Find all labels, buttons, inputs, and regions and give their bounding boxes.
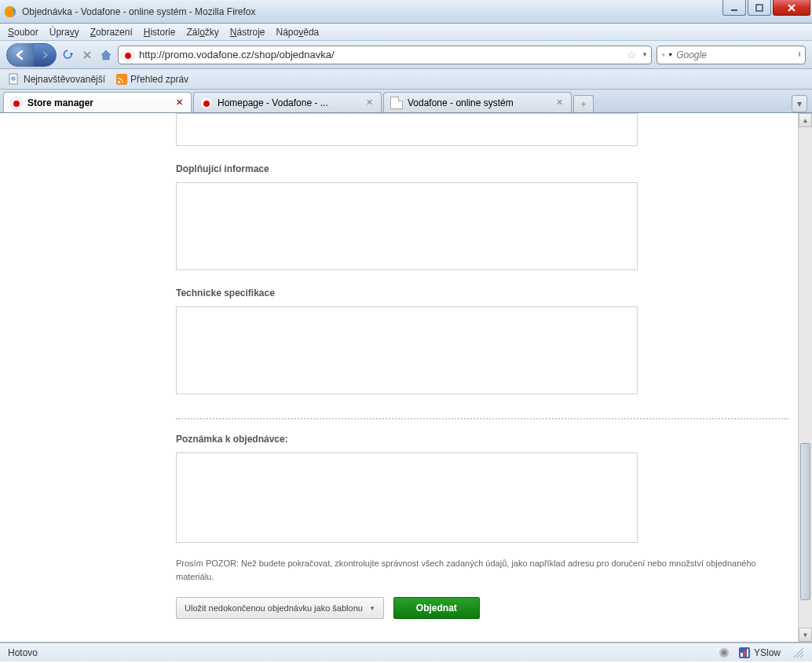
close-button[interactable]	[773, 0, 810, 16]
menu-historie[interactable]: Historie	[144, 27, 176, 38]
site-identity-icon[interactable]	[122, 49, 134, 61]
vodafone-icon	[200, 97, 213, 109]
rss-icon	[116, 74, 127, 85]
maximize-button[interactable]	[748, 0, 771, 16]
search-bar[interactable]: ▼	[657, 46, 806, 64]
textarea-note[interactable]	[176, 452, 638, 543]
bookmark-star-icon[interactable]: ☆	[627, 49, 637, 61]
back-button[interactable]	[7, 43, 34, 67]
save-template-label: Uložit nedokončenou objednávku jako šabl…	[185, 603, 363, 613]
status-plugin-icon[interactable]	[718, 647, 730, 659]
scroll-down-button[interactable]: ▼	[799, 628, 812, 642]
new-tab-button[interactable]: +	[573, 95, 594, 112]
tab-vodafone-online[interactable]: Vodafone - online systém ✕	[383, 92, 572, 112]
window-titlebar: Objednávka - Vodafone - online systém - …	[0, 0, 812, 24]
svg-point-7	[799, 51, 800, 57]
svg-rect-1	[731, 9, 737, 11]
vodafone-icon	[10, 97, 23, 109]
svg-rect-5	[662, 55, 663, 56]
status-text: Hotovo	[8, 647, 718, 658]
textarea-top[interactable]	[176, 113, 638, 146]
tab-bar: Store manager ✕ Homepage - Vodafone - ..…	[0, 90, 812, 113]
tab-homepage-vodafone[interactable]: Homepage - Vodafone - ... ✕	[193, 92, 382, 112]
tab-close-icon[interactable]: ✕	[364, 97, 375, 108]
scroll-thumb[interactable]	[800, 443, 810, 600]
home-button[interactable]	[99, 48, 113, 62]
scroll-up-button[interactable]: ▲	[799, 113, 812, 127]
svg-rect-14	[744, 650, 746, 657]
yslow-label: YSlow	[754, 647, 781, 658]
label-info: Doplňující informace	[176, 163, 788, 174]
url-dropdown-icon[interactable]: ▼	[642, 51, 648, 58]
menu-upravy[interactable]: Úpravy	[49, 27, 79, 38]
menu-nastroje[interactable]: Nástroje	[230, 27, 265, 38]
search-engine-dropdown-icon[interactable]: ▼	[668, 52, 673, 57]
forward-button[interactable]	[34, 46, 56, 64]
yslow-indicator[interactable]: YSlow	[738, 647, 781, 659]
label-note: Poznámka k objednávce:	[176, 434, 788, 445]
search-input[interactable]	[676, 49, 795, 60]
svg-rect-2	[756, 5, 763, 11]
vertical-scrollbar[interactable]: ▲ ▼	[798, 113, 812, 642]
menu-soubor[interactable]: Soubor	[8, 27, 38, 38]
url-bar[interactable]: http://promo.vodafone.cz/shop/objednavka…	[118, 46, 652, 64]
menubar: Soubor Úpravy Zobrazení Historie Záložky…	[0, 24, 812, 41]
bookmarks-toolbar: Nejnavštěvovanější Přehled zpráv	[0, 69, 812, 90]
button-row: Uložit nedokončenou objednávku jako šabl…	[176, 597, 788, 619]
page-icon	[390, 97, 403, 109]
stop-button[interactable]	[80, 48, 94, 62]
order-button[interactable]: Objednat	[393, 597, 480, 619]
menu-zobrazeni[interactable]: Zobrazení	[90, 27, 133, 38]
tab-close-icon[interactable]: ✕	[554, 97, 565, 108]
navigation-toolbar: http://promo.vodafone.cz/shop/objednavka…	[0, 41, 812, 69]
save-template-button[interactable]: Uložit nedokončenou objednávku jako šabl…	[176, 597, 384, 619]
search-go-icon[interactable]	[798, 49, 800, 60]
bookmark-most-visited[interactable]: Nejnavštěvovanější	[8, 73, 105, 86]
warning-text: Prosím POZOR: Než budete pokračovat, zko…	[176, 557, 788, 583]
svg-rect-3	[662, 53, 663, 54]
bookmark-label: Nejnavštěvovanější	[24, 74, 105, 85]
reload-button[interactable]	[61, 48, 75, 62]
tab-label: Vodafone - online systém	[408, 97, 549, 108]
tab-label: Store manager	[27, 97, 169, 108]
yslow-icon	[738, 647, 751, 659]
tab-label: Homepage - Vodafone - ...	[218, 97, 359, 108]
svg-rect-4	[664, 53, 664, 54]
url-text[interactable]: http://promo.vodafone.cz/shop/objednavka…	[139, 49, 622, 60]
svg-point-11	[722, 650, 726, 655]
minimize-button[interactable]	[722, 0, 746, 16]
content-area: Doplňující informace Technicke specifika…	[0, 113, 812, 643]
tab-list-button[interactable]: ▾	[792, 95, 807, 112]
divider	[176, 418, 788, 419]
firefox-icon	[3, 5, 17, 19]
google-icon	[662, 49, 664, 61]
bookmark-label: Přehled zpráv	[130, 74, 188, 85]
textarea-spec[interactable]	[176, 306, 638, 394]
back-forward-group	[6, 43, 57, 67]
svg-point-9	[11, 76, 16, 81]
bookmark-news-feed[interactable]: Přehled zpráv	[116, 74, 188, 85]
window-title: Objednávka - Vodafone - online systém - …	[22, 6, 809, 17]
menu-napoveda[interactable]: Nápověda	[276, 27, 320, 38]
menu-zalozky[interactable]: Záložky	[186, 27, 218, 38]
svg-rect-13	[741, 653, 743, 657]
page-icon	[8, 73, 20, 86]
chevron-down-icon: ▼	[369, 605, 375, 612]
label-spec: Technicke specifikace	[176, 288, 788, 299]
svg-rect-15	[747, 649, 748, 657]
tab-close-icon[interactable]: ✕	[174, 97, 185, 108]
tab-store-manager[interactable]: Store manager ✕	[3, 92, 192, 112]
svg-rect-6	[664, 55, 664, 56]
status-bar: Hotovo YSlow	[0, 643, 812, 661]
resize-grip[interactable]	[793, 647, 804, 658]
textarea-info[interactable]	[176, 182, 638, 270]
